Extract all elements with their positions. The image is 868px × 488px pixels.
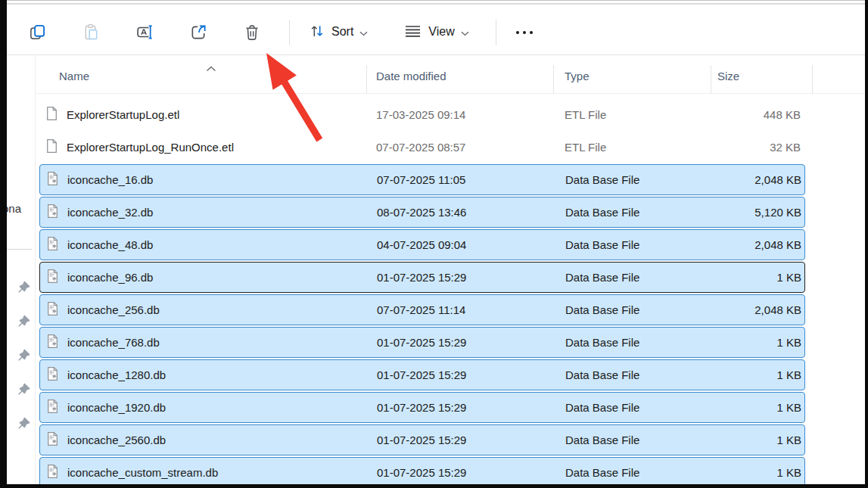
file-date-modified: 07-07-2025 11:14 (377, 303, 565, 316)
sort-ascending-indicator (206, 61, 216, 75)
file-size: 5,120 KB (712, 206, 806, 219)
file-name: iconcache_96.db (67, 271, 153, 284)
file-row[interactable]: iconcache_1920.db 01-07-2025 15:29 Data … (7, 391, 865, 424)
column-divider[interactable] (711, 65, 711, 93)
copy-icon (29, 23, 46, 41)
database-file-icon (46, 171, 59, 189)
command-toolbar: Sort View (7, 11, 865, 54)
column-divider[interactable] (366, 65, 367, 93)
column-header-type[interactable]: Type (565, 70, 590, 82)
toolbar-divider (496, 20, 496, 45)
file-type: Data Base File (565, 173, 712, 186)
file-size: 1 KB (712, 434, 806, 446)
file-type: Data Base File (565, 303, 712, 316)
file-size: 1 KB (712, 271, 806, 284)
file-row[interactable]: iconcache_48.db 04-07-2025 09:04 Data Ba… (7, 228, 865, 261)
database-file-icon (46, 366, 59, 384)
share-icon (190, 23, 207, 41)
file-name: iconcache_16.db (67, 173, 153, 186)
share-button[interactable] (182, 17, 215, 48)
file-size: 32 KB (711, 141, 805, 154)
file-list: ExplorerStartupLog.etl 17-03-2025 09:14 … (7, 98, 865, 488)
file-type: Data Base File (565, 238, 712, 251)
file-row[interactable]: iconcache_96.db 01-07-2025 15:29 Data Ba… (7, 261, 865, 294)
view-label: View (428, 26, 454, 39)
file-date-modified: 04-07-2025 09:04 (377, 238, 565, 251)
file-row[interactable]: iconcache_16.db 07-07-2025 11:05 Data Ba… (7, 163, 865, 196)
file-name: ExplorerStartupLog_RunOnce.etl (67, 141, 234, 154)
column-divider[interactable] (812, 65, 813, 93)
file-row[interactable]: iconcache_custom_stream.db 01-07-2025 15… (7, 456, 865, 488)
delete-button[interactable] (235, 17, 269, 48)
window-top-band (7, 3, 865, 5)
file-type: Data Base File (565, 401, 712, 414)
sort-label: Sort (331, 26, 353, 39)
crop-border-bottom (0, 484, 868, 488)
file-name: iconcache_custom_stream.db (67, 466, 218, 479)
file-size: 1 KB (712, 368, 806, 381)
document-file-icon (45, 106, 58, 124)
file-date-modified: 07-07-2025 08:57 (376, 141, 565, 154)
copy-button[interactable] (20, 17, 54, 48)
paste-button[interactable] (74, 17, 107, 48)
file-size: 2,048 KB (712, 173, 806, 186)
file-row[interactable]: iconcache_1280.db 01-07-2025 15:29 Data … (7, 359, 865, 391)
file-date-modified: 01-07-2025 15:29 (377, 336, 565, 349)
file-type: ETL File (565, 108, 711, 121)
file-date-modified: 01-07-2025 15:29 (377, 401, 565, 414)
file-type: Data Base File (565, 434, 712, 446)
file-type: Data Base File (565, 336, 712, 349)
file-size: 2,048 KB (712, 238, 806, 251)
database-file-icon (46, 431, 59, 449)
more-options-icon (515, 29, 534, 36)
chevron-down-icon (461, 26, 469, 39)
file-date-modified: 01-07-2025 15:29 (377, 466, 565, 479)
chevron-down-icon (359, 26, 368, 39)
file-date-modified: 17-03-2025 09:14 (376, 108, 565, 121)
file-date-modified: 07-07-2025 11:05 (377, 173, 565, 186)
file-date-modified: 01-07-2025 15:29 (377, 368, 565, 381)
file-row[interactable]: iconcache_2560.db 01-07-2025 15:29 Data … (7, 424, 865, 456)
file-type: Data Base File (565, 368, 712, 381)
file-name: iconcache_48.db (67, 238, 153, 251)
column-divider[interactable] (553, 65, 554, 93)
file-date-modified: 01-07-2025 15:29 (377, 271, 565, 284)
view-icon (403, 23, 422, 42)
toolbar-divider (289, 20, 290, 45)
file-type: Data Base File (565, 271, 712, 284)
column-header-name[interactable]: Name (59, 70, 89, 82)
column-header-date-modified[interactable]: Date modified (376, 70, 446, 82)
file-row[interactable]: ExplorerStartupLog.etl 17-03-2025 09:14 … (7, 98, 865, 131)
file-name: iconcache_2560.db (67, 434, 166, 446)
explorer-window: Sort View on (7, 0, 865, 484)
database-file-icon (46, 301, 59, 319)
database-file-icon (46, 334, 59, 352)
file-name: iconcache_1920.db (67, 401, 166, 414)
file-size: 1 KB (712, 466, 806, 479)
file-row[interactable]: iconcache_256.db 07-07-2025 11:14 Data B… (7, 294, 865, 326)
file-name: iconcache_32.db (67, 206, 153, 219)
delete-icon (243, 23, 261, 42)
file-name: iconcache_1280.db (67, 368, 166, 381)
sort-button[interactable]: Sort (303, 17, 374, 48)
file-row[interactable]: ExplorerStartupLog_RunOnce.etl 07-07-202… (7, 131, 865, 163)
file-type: ETL File (565, 141, 711, 154)
file-size: 1 KB (712, 401, 806, 414)
more-options-button[interactable] (508, 17, 541, 48)
crop-border-left (0, 0, 7, 488)
database-file-icon (46, 269, 59, 287)
rename-button[interactable] (128, 17, 161, 48)
file-date-modified: 08-07-2025 13:46 (377, 206, 565, 219)
crop-border-right (865, 0, 868, 488)
file-name: ExplorerStartupLog.etl (67, 108, 179, 121)
paste-icon (82, 23, 100, 41)
document-file-icon (45, 138, 58, 157)
view-button[interactable]: View (397, 17, 474, 48)
column-header-size[interactable]: Size (717, 70, 739, 82)
database-file-icon (46, 399, 59, 417)
file-size: 448 KB (711, 108, 805, 121)
file-row[interactable]: iconcache_32.db 08-07-2025 13:46 Data Ba… (7, 196, 865, 228)
header-bottom-border (35, 93, 865, 94)
database-file-icon (46, 236, 59, 254)
file-row[interactable]: iconcache_768.db 01-07-2025 15:29 Data B… (7, 326, 865, 359)
